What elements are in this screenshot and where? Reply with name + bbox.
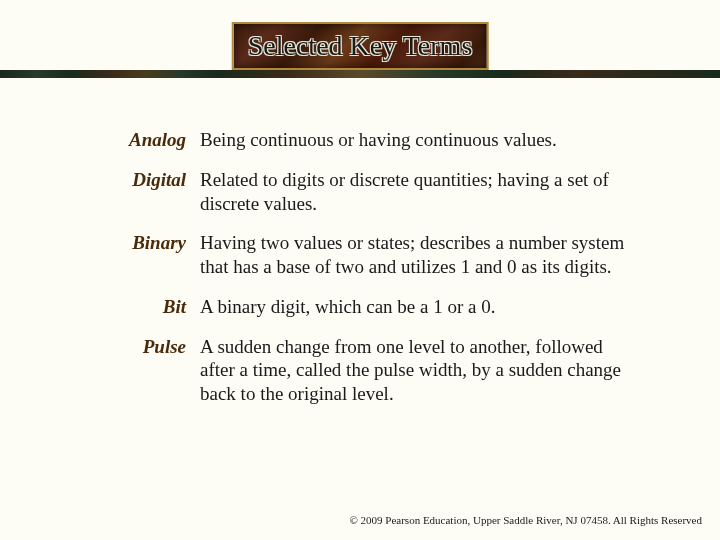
term-label-bit: Bit bbox=[100, 295, 200, 319]
term-row: Analog Being continuous or having contin… bbox=[100, 128, 640, 152]
term-label-pulse: Pulse bbox=[100, 335, 200, 359]
term-definition: Having two values or states; describes a… bbox=[200, 231, 640, 279]
term-label-digital: Digital bbox=[100, 168, 200, 192]
term-definition: Being continuous or having continuous va… bbox=[200, 128, 640, 152]
copyright-footer: © 2009 Pearson Education, Upper Saddle R… bbox=[349, 514, 702, 526]
slide-title-box: Selected Key Terms bbox=[232, 22, 489, 70]
header-decorative-strip bbox=[0, 70, 720, 78]
term-label-binary: Binary bbox=[100, 231, 200, 255]
term-definition: A sudden change from one level to anothe… bbox=[200, 335, 640, 406]
slide-title: Selected Key Terms bbox=[248, 30, 473, 61]
term-label-analog: Analog bbox=[100, 128, 200, 152]
term-row: Digital Related to digits or discrete qu… bbox=[100, 168, 640, 216]
term-definition: Related to digits or discrete quantities… bbox=[200, 168, 640, 216]
terms-list: Analog Being continuous or having contin… bbox=[100, 128, 640, 422]
term-row: Bit A binary digit, which can be a 1 or … bbox=[100, 295, 640, 319]
term-definition: A binary digit, which can be a 1 or a 0. bbox=[200, 295, 640, 319]
term-row: Pulse A sudden change from one level to … bbox=[100, 335, 640, 406]
term-row: Binary Having two values or states; desc… bbox=[100, 231, 640, 279]
